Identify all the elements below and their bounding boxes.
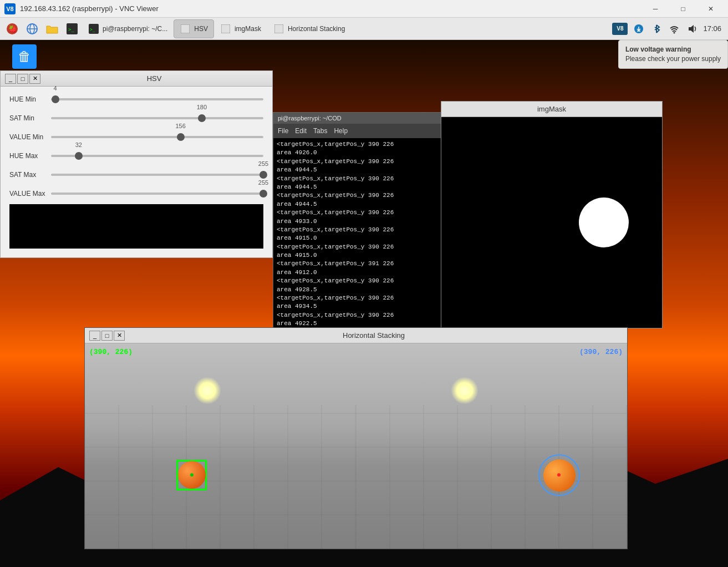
hsv-maximize-btn[interactable]: □ <box>17 74 28 84</box>
bluetooth-icon[interactable] <box>650 22 663 36</box>
sat-max-thumb[interactable] <box>259 171 267 179</box>
hue-max-value: 32 <box>75 141 82 148</box>
terminal-window: pi@raspberrypi: ~/COD File Edit Tabs Hel… <box>273 112 445 342</box>
hstacking-maximize-btn[interactable]: □ <box>101 331 113 341</box>
low-voltage-warning: Low voltage warning Please check your po… <box>618 40 728 69</box>
svg-rect-10 <box>221 24 230 33</box>
value-min-value: 156 <box>175 123 185 129</box>
terminal-line: area 4915.0 <box>277 251 441 260</box>
svg-rect-11 <box>274 24 283 33</box>
vnc-window-title: 192.168.43.162 (raspberrypi) - VNC Viewe… <box>20 4 643 13</box>
taskbar-raspberry-icon[interactable]: 🍓 <box>2 19 22 39</box>
terminal-line: area 4944.5 <box>277 183 441 191</box>
sat-max-track <box>51 174 263 176</box>
terminal-line: <targetPos_x,targetPos_y 390 226 <box>277 277 441 285</box>
ceiling-light-left <box>194 377 221 404</box>
taskbar-app-hsv[interactable]: HSV <box>174 19 214 38</box>
taskbar-app-imgmask[interactable]: imgMask <box>214 19 267 38</box>
taskbar: 🍓 >_ >_ pi@raspberrypi: ~/C... <box>0 18 728 40</box>
hue-min-thumb[interactable] <box>52 95 59 103</box>
value-max-slider[interactable]: 255 <box>51 188 263 199</box>
terminal-line: area 4944.5 <box>277 200 441 209</box>
hue-max-slider[interactable]: 32 <box>51 150 263 161</box>
terminal-line: <targetPos_x,targetPos_y 390 226 <box>277 294 441 302</box>
terminal-line: <targetPos_x,targetPos_y 390 226 <box>277 140 441 149</box>
value-max-track <box>51 193 263 195</box>
hsv-app-icon <box>180 23 191 34</box>
hsv-title: HSV <box>40 74 268 83</box>
terminal-content: <targetPos_x,targetPos_y 390 226 area 49… <box>273 138 444 343</box>
red-dot-right <box>557 473 561 477</box>
terminal-line: area 4915.0 <box>277 234 441 242</box>
taskbar-right-area: V8 17:06 <box>612 22 726 36</box>
value-min-label: VALUE Min <box>9 133 51 141</box>
hsv-app-label: HSV <box>194 25 208 33</box>
terminal-line: <targetPos_x,targetPos_y 390 226 <box>277 209 441 217</box>
terminal-line: <targetPos_x,targetPos_y 390 226 <box>277 175 441 183</box>
value-max-label: VALUE Max <box>9 190 51 198</box>
minimize-button[interactable]: ─ <box>643 0 668 18</box>
value-min-row: VALUE Min 156 <box>9 129 263 145</box>
svg-point-14 <box>674 32 675 33</box>
taskbar-app-hstacking[interactable]: Horizontal Stacking <box>267 19 351 38</box>
imgmask-app-label: imgMask <box>235 25 261 33</box>
terminal-menu-tabs[interactable]: Tabs <box>313 127 327 135</box>
sat-min-slider[interactable]: 180 <box>51 113 263 124</box>
terminal-line: area 4933.0 <box>277 217 441 226</box>
vnc-titlebar: V8 192.168.43.162 (raspberrypi) - VNC Vi… <box>0 0 728 18</box>
hsv-close-btn[interactable]: ✕ <box>29 74 40 84</box>
sat-max-value: 255 <box>258 160 268 167</box>
hue-min-slider[interactable]: 4 <box>51 94 263 105</box>
camera-view-right: (390, 226) <box>356 343 627 549</box>
wifi-icon[interactable] <box>668 22 681 36</box>
sat-max-slider[interactable]: 255 <box>51 169 263 180</box>
terminal-menu-edit[interactable]: Edit <box>295 127 307 135</box>
terminal-menu-help[interactable]: Help <box>334 127 348 135</box>
download-icon[interactable] <box>632 22 645 36</box>
imgmask-titlebar: imgMask <box>441 102 662 117</box>
coord-label-left: (390, 226) <box>89 348 133 356</box>
hstacking-minimize-btn[interactable]: _ <box>89 331 100 341</box>
taskbar-globe-icon[interactable] <box>22 19 42 39</box>
value-max-thumb[interactable] <box>259 190 267 198</box>
trash-bin-icon: 🗑 <box>12 44 37 69</box>
value-min-track <box>51 136 263 138</box>
terminal-line: area 4928.5 <box>277 286 441 294</box>
value-min-thumb[interactable] <box>177 133 185 141</box>
low-voltage-line1: Low voltage warning <box>625 45 721 54</box>
ceiling-light-right <box>451 377 478 404</box>
vnc-right-icon[interactable]: V8 <box>612 23 628 35</box>
hsv-minimize-btn[interactable]: _ <box>5 74 16 84</box>
hstacking-titlebar: _ □ ✕ Horizontal Stacking <box>85 328 627 343</box>
imgmask-white-circle <box>579 198 629 247</box>
terminal-line: <targetPos_x,targetPos_y 391 226 <box>277 260 441 268</box>
taskbar-app-terminal[interactable]: >_ pi@raspberrypi: ~/C... <box>82 19 174 38</box>
hsv-window: _ □ ✕ HSV HUE Min 4 SAT Min <box>0 70 273 258</box>
sat-min-label: SAT Min <box>9 114 51 122</box>
hstacking-app-icon <box>273 23 284 34</box>
svg-rect-9 <box>181 24 190 33</box>
terminal-line: <targetPos_x,targetPos_y 390 226 <box>277 191 441 200</box>
terminal-title: pi@raspberrypi: ~/COD <box>278 115 342 122</box>
sat-max-row: SAT Max 255 <box>9 166 263 183</box>
terminal-app-label: pi@raspberrypi: ~/C... <box>103 25 167 33</box>
volume-icon[interactable] <box>685 22 699 36</box>
hstacking-content: (390, 226) (390, 226) <box>85 343 627 549</box>
hue-min-value: 4 <box>54 85 57 92</box>
taskbar-terminal-icon[interactable]: >_ <box>62 19 82 39</box>
terminal-menu-file[interactable]: File <box>278 127 288 135</box>
green-dot-left <box>190 473 194 477</box>
maximize-button[interactable]: □ <box>670 0 696 18</box>
terminal-menubar: File Edit Tabs Help <box>273 124 444 138</box>
hstacking-close-btn[interactable]: ✕ <box>114 331 125 341</box>
desktop: 🗑 Low voltage warning Please check your … <box>0 40 728 567</box>
hue-max-thumb[interactable] <box>75 152 83 160</box>
value-max-row: VALUE Max 255 <box>9 185 263 202</box>
sat-min-thumb[interactable] <box>198 114 206 122</box>
svg-text:>_: >_ <box>90 27 95 32</box>
sat-min-row: SAT Min 180 <box>9 110 263 126</box>
value-min-slider[interactable]: 156 <box>51 131 263 143</box>
trash-icon[interactable]: 🗑 <box>12 44 37 69</box>
close-button[interactable]: ✕ <box>698 0 724 18</box>
taskbar-folder-icon[interactable] <box>42 19 62 39</box>
